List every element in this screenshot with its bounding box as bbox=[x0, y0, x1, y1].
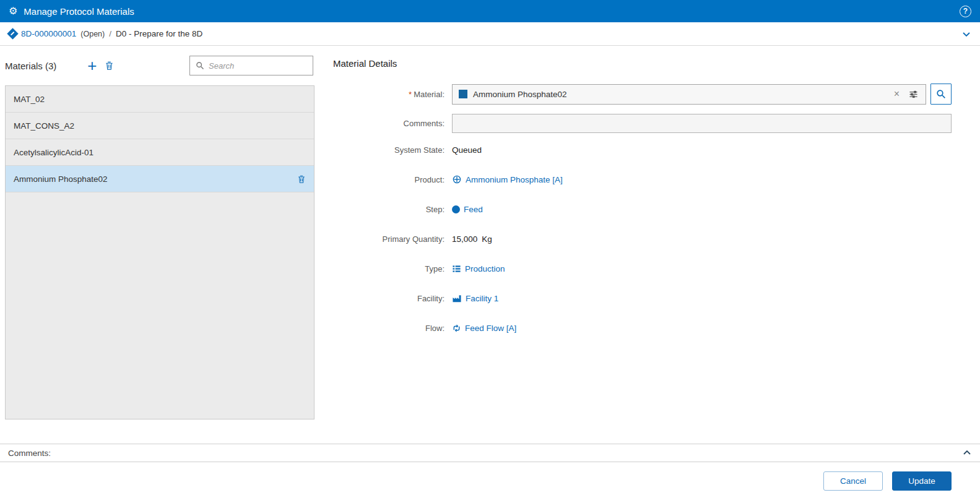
product-row: Product: Ammonium Phosphate [A] bbox=[333, 172, 975, 187]
facility-row: Facility: Facility 1 bbox=[333, 291, 975, 306]
facility-icon bbox=[452, 294, 462, 303]
flow-link[interactable]: Feed Flow [A] bbox=[452, 324, 516, 333]
comments-section-bar: Comments: bbox=[0, 444, 980, 462]
comments-label: Comments: bbox=[333, 119, 452, 128]
product-link[interactable]: Ammonium Phosphate [A] bbox=[452, 174, 563, 184]
page-title: Manage Protocol Materials bbox=[24, 6, 134, 17]
cancel-button[interactable]: Cancel bbox=[823, 471, 883, 491]
protocol-diamond-icon bbox=[7, 28, 18, 39]
title-bar: ⚙ Manage Protocol Materials ? bbox=[0, 0, 980, 22]
comments-section-label: Comments: bbox=[8, 449, 51, 458]
facility-link[interactable]: Facility 1 bbox=[452, 294, 498, 303]
list-item-label: Ammonium Phosphate02 bbox=[14, 174, 108, 184]
step-icon bbox=[452, 205, 460, 213]
materials-panel-header: Materials (3) + bbox=[5, 46, 314, 85]
system-state-value: Queued bbox=[452, 145, 482, 155]
material-input[interactable]: Ammonium Phosphate02 × bbox=[452, 84, 926, 105]
materials-panel: Materials (3) + MAT_02 MAT_CONS_A2 Acety… bbox=[5, 46, 314, 444]
update-button[interactable]: Update bbox=[892, 471, 952, 491]
primary-quantity-label: Primary Quantity: bbox=[333, 234, 452, 244]
app-gears-icon: ⚙ bbox=[9, 6, 17, 16]
materials-search-input[interactable] bbox=[209, 61, 307, 71]
system-state-row: System State: Queued bbox=[333, 142, 975, 157]
breadcrumb-separator: / bbox=[109, 29, 111, 38]
list-item-selected[interactable]: Ammonium Phosphate02 bbox=[6, 166, 314, 192]
flow-row: Flow: Feed Flow [A] bbox=[333, 320, 975, 335]
materials-list: MAT_02 MAT_CONS_A2 AcetylsalicylicAcid-0… bbox=[5, 85, 314, 419]
material-field: Ammonium Phosphate02 × bbox=[452, 84, 952, 105]
help-icon[interactable]: ? bbox=[960, 6, 971, 17]
type-link[interactable]: Production bbox=[452, 264, 505, 273]
list-item-label: AcetylsalicylicAcid-01 bbox=[14, 148, 93, 157]
system-state-label: System State: bbox=[333, 145, 452, 155]
footer-actions: Cancel Update bbox=[0, 462, 980, 491]
list-item[interactable]: AcetylsalicylicAcid-01 bbox=[6, 139, 314, 166]
row-trash-icon[interactable] bbox=[297, 174, 306, 184]
step-label: Step: bbox=[333, 205, 452, 214]
material-value: Ammonium Phosphate02 bbox=[473, 90, 567, 99]
material-row: *Material: Ammonium Phosphate02 × bbox=[333, 84, 975, 105]
comments-row: Comments: bbox=[333, 114, 975, 133]
primary-quantity-row: Primary Quantity: 15,000 Kg bbox=[333, 231, 975, 246]
type-label: Type: bbox=[333, 264, 452, 273]
protocol-status: (Open) bbox=[80, 30, 105, 38]
chevron-up-icon[interactable] bbox=[962, 448, 972, 458]
details-title: Material Details bbox=[333, 58, 975, 69]
primary-quantity-unit: Kg bbox=[482, 234, 492, 244]
product-label: Product: bbox=[333, 175, 452, 184]
protocol-id-link[interactable]: 8D-000000001 bbox=[21, 29, 76, 38]
flow-icon bbox=[452, 324, 461, 333]
breadcrumb: 8D-000000001 (Open) / D0 - Prepare for t… bbox=[0, 22, 980, 46]
comments-input[interactable] bbox=[452, 114, 952, 133]
list-item[interactable]: MAT_02 bbox=[6, 86, 314, 113]
materials-search-box bbox=[189, 56, 313, 75]
materials-panel-title: Materials (3) bbox=[5, 61, 56, 71]
flow-label: Flow: bbox=[333, 324, 452, 333]
step-link[interactable]: Feed bbox=[452, 205, 483, 214]
material-details-panel: Material Details *Material: Ammonium Pho… bbox=[314, 46, 975, 444]
primary-quantity-value: 15,000 bbox=[452, 234, 477, 244]
breadcrumb-step: D0 - Prepare for the 8D bbox=[116, 29, 202, 38]
type-list-icon bbox=[452, 264, 461, 273]
search-icon bbox=[196, 61, 204, 70]
required-marker: * bbox=[409, 90, 412, 99]
list-item-label: MAT_CONS_A2 bbox=[14, 121, 74, 131]
material-label: *Material: bbox=[333, 90, 452, 99]
main-content: Materials (3) + MAT_02 MAT_CONS_A2 Acety… bbox=[0, 46, 980, 444]
clear-icon[interactable]: × bbox=[891, 89, 902, 99]
chevron-down-icon[interactable] bbox=[961, 29, 971, 39]
product-icon bbox=[452, 174, 462, 184]
step-row: Step: Feed bbox=[333, 202, 975, 217]
type-row: Type: Production bbox=[333, 261, 975, 276]
filter-list-icon[interactable] bbox=[908, 90, 919, 99]
facility-label: Facility: bbox=[333, 294, 452, 303]
list-item[interactable]: MAT_CONS_A2 bbox=[6, 113, 314, 139]
add-material-button[interactable]: + bbox=[87, 59, 97, 72]
delete-material-button[interactable] bbox=[105, 61, 114, 71]
list-item-label: MAT_02 bbox=[14, 95, 45, 104]
material-type-icon bbox=[459, 90, 467, 98]
material-search-button[interactable] bbox=[930, 84, 952, 105]
